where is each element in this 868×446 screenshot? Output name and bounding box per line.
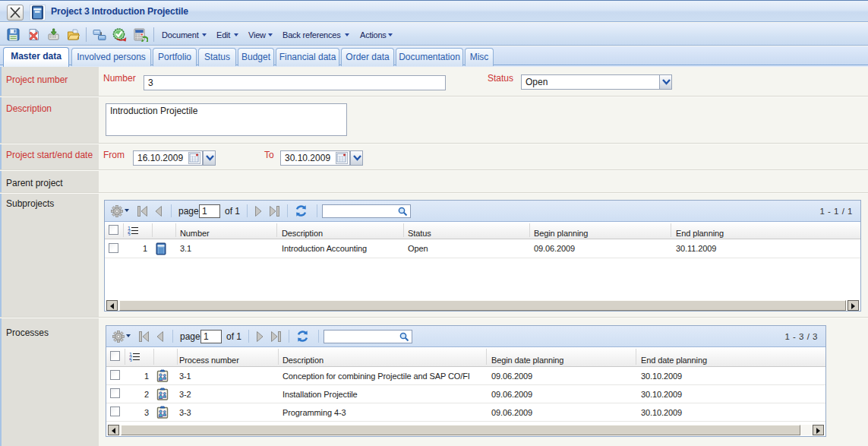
svg-text:3: 3 [128,232,131,236]
svg-text:3: 3 [129,359,132,362]
